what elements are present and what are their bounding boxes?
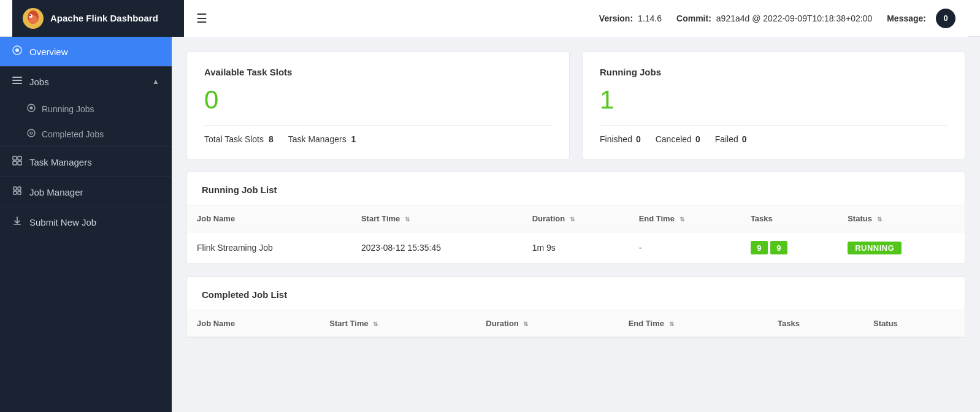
duration-sort-icon: ⇅ (570, 216, 575, 223)
sidebar-item-overview[interactable]: Overview (0, 37, 172, 66)
svg-point-4 (29, 14, 31, 16)
sidebar-item-job-manager[interactable]: Job Manager (0, 177, 172, 207)
total-task-slots-label: Total Task Slots 8 (204, 134, 274, 144)
svg-point-13 (30, 132, 33, 134)
tasks-running-badge: 9 (751, 241, 768, 254)
flink-logo-icon (22, 7, 44, 29)
topbar: Apache Flink Dashboard ☰ Version: 1.14.6… (0, 0, 980, 37)
canceled-stat: Canceled 0 (656, 134, 700, 144)
sidebar-item-completed-jobs[interactable]: Completed Jobs (0, 121, 172, 147)
col-cjl-end-time[interactable]: End Time ⇅ (619, 310, 768, 337)
logo: Apache Flink Dashboard (12, 0, 184, 37)
start-time-cell: 2023-08-12 15:35:45 (351, 232, 523, 264)
canceled-value: 0 (695, 134, 700, 144)
start-time-sort-icon: ⇅ (405, 216, 410, 223)
sidebar-jobs-section: Jobs ▲ Running Jobs (0, 66, 172, 147)
topbar-info: Version: 1.14.6 Commit: a921a4d @ 2022-0… (599, 9, 955, 28)
sidebar-item-task-managers-label: Task Managers (29, 157, 159, 167)
col-cjl-tasks: Tasks (768, 310, 863, 337)
svg-point-6 (15, 48, 19, 52)
task-managers-label: Task Managers 1 (288, 134, 356, 144)
col-start-time[interactable]: Start Time ⇅ (351, 205, 523, 232)
completed-job-list-title: Completed Job List (187, 277, 965, 310)
logo-text: Apache Flink Dashboard (50, 13, 158, 23)
running-job-list-section: Running Job List Job Name Start Time ⇅ D… (186, 172, 965, 264)
total-task-slots-value: 8 (269, 134, 274, 144)
svg-point-11 (30, 107, 33, 110)
commit-label: Commit: (676, 13, 711, 23)
table-row[interactable]: Flink Streaming Job 2023-08-12 15:35:45 … (187, 232, 965, 264)
version-label: Version: (599, 13, 633, 23)
col-cjl-status: Status (863, 310, 965, 337)
sidebar-item-task-managers[interactable]: Task Managers (0, 147, 172, 177)
sidebar-job-manager-section: Job Manager (0, 177, 172, 207)
commit-value: a921a4d @ 2022-09-09T10:18:38+02:00 (716, 13, 872, 23)
svg-rect-15 (18, 156, 21, 160)
message-label: Message: (887, 13, 926, 23)
sidebar-item-overview-label: Overview (29, 47, 159, 57)
completed-job-table-header: Job Name Start Time ⇅ Duration ⇅ End Tim… (187, 310, 965, 337)
canceled-label: Canceled (656, 134, 692, 144)
sidebar-item-jobs[interactable]: Jobs ▲ (0, 67, 172, 96)
svg-rect-21 (18, 191, 21, 194)
end-time-sort-icon: ⇅ (679, 216, 684, 223)
col-status[interactable]: Status ⇅ (838, 205, 965, 232)
running-jobs-value: 1 (600, 87, 947, 113)
svg-rect-18 (13, 187, 17, 190)
svg-rect-8 (12, 80, 22, 81)
col-tasks: Tasks (741, 205, 838, 232)
completed-jobs-icon (27, 129, 36, 139)
running-jobs-footer: Finished 0 Canceled 0 Failed 0 (600, 125, 947, 144)
completed-job-table: Job Name Start Time ⇅ Duration ⇅ End Tim… (187, 310, 965, 337)
col-cjl-start-time[interactable]: Start Time ⇅ (320, 310, 476, 337)
svg-rect-16 (13, 161, 17, 165)
cjl-end-time-sort-icon: ⇅ (669, 321, 674, 327)
cards-row: Available Task Slots 0 Total Task Slots … (186, 52, 965, 159)
task-slots-card: Available Task Slots 0 Total Task Slots … (186, 52, 570, 159)
jobs-arrow-icon: ▲ (152, 77, 159, 86)
overview-icon (12, 45, 22, 58)
sidebar-task-managers-section: Task Managers (0, 147, 172, 177)
sidebar-item-running-jobs[interactable]: Running Jobs (0, 96, 172, 121)
task-slots-footer: Total Task Slots 8 Task Managers 1 (204, 125, 552, 144)
running-job-table-header: Job Name Start Time ⇅ Duration ⇅ End Tim… (187, 205, 965, 232)
cjl-start-time-sort-icon: ⇅ (373, 321, 378, 327)
running-jobs-icon (27, 104, 36, 114)
status-sort-icon: ⇅ (877, 216, 882, 223)
running-job-list-title: Running Job List (187, 172, 965, 205)
col-end-time[interactable]: End Time ⇅ (629, 205, 741, 232)
message-badge[interactable]: 0 (936, 9, 955, 28)
end-time-cell: - (629, 232, 741, 264)
sidebar-item-job-manager-label: Job Manager (29, 187, 159, 197)
job-manager-icon (12, 186, 22, 198)
col-duration[interactable]: Duration ⇅ (523, 205, 629, 232)
svg-rect-7 (12, 77, 22, 78)
sidebar-item-submit-new-job[interactable]: Submit New Job (0, 207, 172, 237)
menu-icon[interactable]: ☰ (196, 11, 207, 26)
col-cjl-duration[interactable]: Duration ⇅ (476, 310, 618, 337)
finished-label: Finished (600, 134, 632, 144)
duration-cell: 1m 9s (523, 232, 629, 264)
failed-label: Failed (715, 134, 738, 144)
finished-value: 0 (636, 134, 641, 144)
finished-stat: Finished 0 (600, 134, 641, 144)
svg-point-12 (28, 129, 35, 137)
col-job-name: Job Name (187, 205, 351, 232)
topbar-content: ☰ Version: 1.14.6 Commit: a921a4d @ 2022… (184, 0, 968, 37)
svg-rect-20 (13, 191, 17, 194)
tasks-cell: 9 9 (741, 232, 838, 264)
running-jobs-card: Running Jobs 1 Finished 0 Canceled 0 Fai… (582, 52, 965, 159)
sidebar: Overview Jobs ▲ (0, 37, 172, 412)
running-job-table-body: Flink Streaming Job 2023-08-12 15:35:45 … (187, 232, 965, 264)
running-jobs-title: Running Jobs (600, 67, 947, 77)
sidebar-item-completed-jobs-label: Completed Jobs (42, 129, 104, 139)
sidebar-item-jobs-label: Jobs (29, 77, 152, 87)
svg-rect-14 (13, 156, 17, 160)
status-cell: RUNNING (838, 232, 965, 264)
status-badge: RUNNING (848, 242, 902, 254)
svg-rect-9 (12, 83, 22, 84)
failed-stat: Failed 0 (715, 134, 747, 144)
cjl-duration-sort-icon: ⇅ (523, 321, 528, 327)
tasks-total-badge: 9 (770, 241, 787, 254)
completed-job-list-section: Completed Job List Job Name Start Time ⇅… (186, 277, 965, 338)
